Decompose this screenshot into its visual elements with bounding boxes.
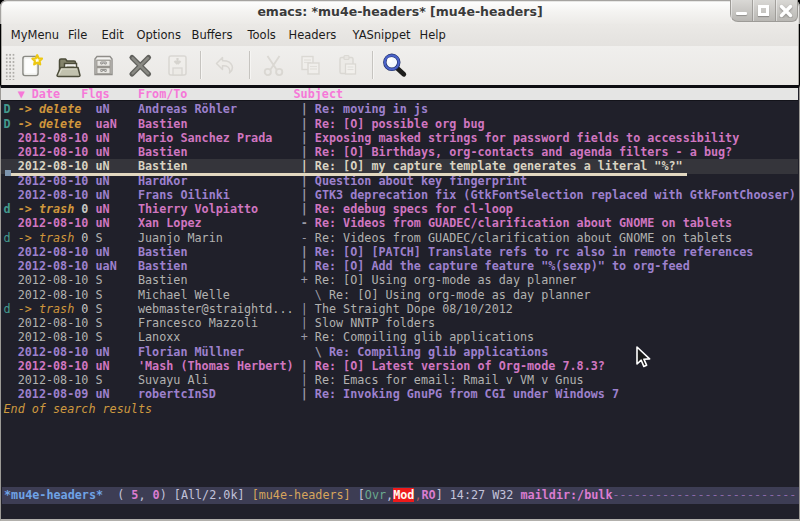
undo-icon[interactable] [211, 52, 238, 79]
emacs-window: emacs: *mu4e-headers* [mu4e-headers] MyM… [0, 0, 800, 521]
modeline-segment: [All/2.0k] [174, 488, 245, 502]
message-row[interactable]: D -> delete uaN Bastien | Re: [O] possib… [1, 117, 798, 131]
modeline-segment: Ovr [365, 488, 386, 502]
modeline-segment: ( [103, 488, 131, 502]
message-row[interactable]: 2012-08-10 uN 'Mash (Thomas Herbert) | R… [1, 359, 798, 373]
modeline-segment [245, 488, 252, 502]
message-row[interactable]: d -> trash 0 S webmaster@straightd... | … [1, 302, 798, 316]
window-controls [730, 0, 798, 22]
mouse-cursor [636, 346, 652, 368]
message-row[interactable]: 2012-08-10 S Francesco Mazzoli | Slow NN… [1, 316, 798, 330]
menu-help[interactable]: Help [420, 28, 446, 42]
message-row[interactable]: 2012-08-10 uN Mario Sanchez Prada | Expo… [1, 131, 798, 145]
message-row[interactable]: 2012-08-10 S Suvayu Ali | Re: Emacs for … [1, 373, 798, 387]
open-file-icon[interactable] [55, 52, 82, 79]
toolbar-separator [249, 51, 250, 79]
message-row[interactable]: 2012-08-10 uN Florian Müllner \ Re: Comp… [1, 345, 798, 359]
cut-icon[interactable] [260, 52, 287, 79]
message-row[interactable]: D -> delete uN Andreas Röhler | Re: movi… [1, 102, 798, 116]
modeline-segment: *mu4e-headers* [4, 488, 103, 502]
message-row[interactable]: 2012-08-10 S Michael Welle \ Re: [O] Usi… [1, 288, 798, 302]
tool-bar [1, 46, 799, 85]
end-of-search-results: End of search results [1, 402, 798, 416]
toolbar-separator [372, 51, 373, 79]
modeline-segment: ] [436, 488, 450, 502]
current-line-underline [11, 173, 687, 175]
message-row[interactable]: 2012-08-10 uN Xan Lopez - Re: Videos fro… [1, 216, 798, 230]
message-row[interactable]: d -> trash 0 uN Thierry Volpiatto | Re: … [1, 202, 798, 216]
maximize-icon [758, 5, 769, 16]
modeline-segment: -------------------------- [613, 488, 797, 502]
modeline-segment: [mu4e-headers] [252, 488, 351, 502]
minimize-icon [736, 12, 747, 15]
menu-buffers[interactable]: Buffers [192, 28, 233, 42]
menu-headers[interactable]: Headers [289, 28, 337, 42]
menu-bar: MyMenuFileEditOptionsBuffersToolsHeaders… [1, 24, 799, 46]
window-title: emacs: *mu4e-headers* [mu4e-headers] [0, 4, 800, 19]
dired-icon[interactable] [90, 52, 117, 79]
maximize-button[interactable] [753, 0, 775, 21]
modeline-segment: ) [160, 488, 174, 502]
modeline-segment: [ [351, 488, 365, 502]
kill-buffer-icon[interactable] [127, 52, 154, 79]
mu4e-header-line: ▼ Date Flgs From/To Subject [1, 88, 798, 101]
message-row[interactable]: d -> trash 0 S Juanjo Marin - Re: Videos… [1, 231, 798, 245]
paste-icon[interactable] [334, 52, 361, 79]
menu-options[interactable]: Options [137, 28, 181, 42]
save-buffer-icon[interactable] [164, 52, 191, 79]
message-row[interactable]: 2012-08-10 S Bastien + Re: [O] Using org… [1, 273, 798, 287]
message-row[interactable]: 2012-08-10 S Lanoxx + Re: Compiling glib… [1, 330, 798, 344]
modeline-segment: Mod [393, 488, 414, 502]
menu-file[interactable]: File [68, 28, 87, 42]
menu-edit[interactable]: Edit [102, 28, 124, 42]
message-row[interactable]: 2012-08-10 uN HardKor | Question about k… [1, 174, 798, 188]
modeline-segment: 14:27 W32 [450, 488, 521, 502]
new-file-icon[interactable] [17, 52, 44, 79]
modeline-segment: RO [421, 488, 435, 502]
menu-yasnippet[interactable]: YASnippet [353, 28, 411, 42]
menu-tools[interactable]: Tools [248, 28, 276, 42]
modeline-segment: , [138, 488, 152, 502]
message-list: D -> delete uN Andreas Röhler | Re: movi… [1, 102, 798, 416]
menu-mymenu[interactable]: MyMenu [11, 28, 59, 42]
modeline-segment: 0 [153, 488, 160, 502]
message-row[interactable]: 2012-08-09 uN robertcInSD | Re: Invoking… [1, 387, 798, 401]
title-bar[interactable]: emacs: *mu4e-headers* [mu4e-headers] [0, 0, 800, 24]
copy-icon[interactable] [297, 52, 324, 79]
message-row[interactable]: 2012-08-10 uN Bastien | Re: [O] my captu… [1, 159, 798, 173]
toolbar-grip[interactable] [5, 53, 15, 80]
minimize-button[interactable] [731, 0, 753, 21]
buffer-area: ▼ Date Flgs From/To Subject D -> delete … [0, 85, 800, 521]
message-row[interactable]: 2012-08-10 uaN Bastien | Re: [O] Add the… [1, 259, 798, 273]
toolbar-separator [200, 51, 201, 79]
close-icon [779, 4, 793, 18]
mode-line[interactable]: *mu4e-headers* ( 5, 0) [All/2.0k] [mu4e-… [2, 487, 799, 504]
message-row[interactable]: 2012-08-10 uN Frans Oilinki | GTK3 depre… [1, 188, 798, 202]
modeline-segment: maildir:/bulk [521, 488, 613, 502]
search-icon[interactable] [381, 52, 408, 79]
message-row[interactable]: 2012-08-10 uN Bastien | Re: [O] [PATCH] … [1, 245, 798, 259]
close-button[interactable] [776, 0, 797, 21]
message-row[interactable]: 2012-08-10 uN Bastien | Re: [O] Birthday… [1, 145, 798, 159]
